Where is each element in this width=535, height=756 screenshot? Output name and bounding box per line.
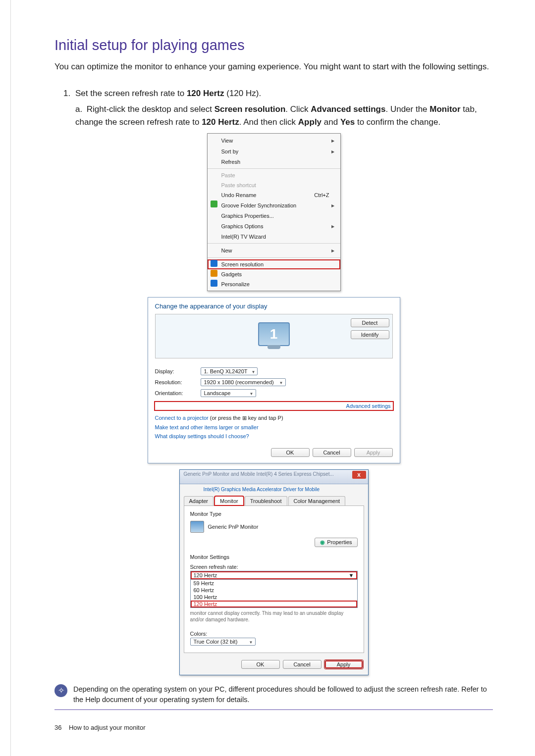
ctx-new[interactable]: New: [208, 245, 340, 256]
apply-button[interactable]: Apply: [354, 448, 393, 457]
chevron-down-icon: [246, 390, 254, 396]
detect-button[interactable]: Detect: [351, 318, 389, 327]
tab-color-management[interactable]: Color Management: [288, 496, 346, 505]
ctx-groove-sync[interactable]: Groove Folder Synchronization: [208, 200, 340, 211]
ctx-refresh[interactable]: Refresh: [208, 157, 340, 167]
refresh-rate-label: Screen refresh rate:: [190, 564, 358, 570]
monitor-icon: [211, 260, 217, 267]
cancel-button[interactable]: Cancel: [283, 660, 321, 669]
refresh-rate-options: 59 Hertz 60 Hertz 100 Hertz 120 Hertz: [190, 580, 358, 608]
page-title: Initial setup for playing games: [54, 37, 493, 53]
ctx-gadgets[interactable]: Gadgets: [208, 269, 340, 279]
identify-button[interactable]: Identify: [351, 330, 389, 339]
intro-text: You can optimize the monitor to enhance …: [54, 60, 493, 73]
monitor-type-group: Monitor Type: [190, 511, 358, 517]
display-preview: 1 Detect Identify: [155, 314, 393, 358]
projector-link[interactable]: Connect to a projector: [155, 415, 210, 421]
colors-label: Colors:: [190, 631, 358, 637]
ctx-paste-shortcut: Paste shortcut: [208, 180, 340, 190]
chevron-down-icon: ▼: [349, 572, 354, 578]
orientation-label: Orientation:: [155, 390, 195, 396]
shortcut-key: Ctrl+Z: [314, 191, 336, 199]
refresh-rate-select[interactable]: 120 Hertz ▼: [190, 571, 358, 580]
ctx-graphics-options[interactable]: Graphics Options: [208, 221, 340, 232]
chevron-right-icon: [331, 246, 336, 255]
chevron-down-icon: [248, 368, 256, 374]
tip-box: ✧ Depending on the operating system on y…: [54, 684, 493, 710]
lightbulb-icon: ✧: [54, 684, 67, 697]
desktop-context-menu: View Sort by Refresh Paste Paste shortcu…: [207, 133, 341, 291]
ctx-sortby[interactable]: Sort by: [208, 146, 340, 157]
apply-button[interactable]: Apply: [324, 660, 363, 669]
gadgets-icon: [211, 270, 217, 277]
monitor-properties-dialog: Generic PnP Monitor and Mobile Intel(R) …: [179, 469, 369, 675]
page-number: 36: [54, 724, 61, 731]
tab-troubleshoot[interactable]: Troubleshoot: [245, 496, 287, 505]
footer-section: How to adjust your monitor: [69, 724, 146, 731]
groove-icon: [211, 201, 217, 207]
monitor-name: Generic PnP Monitor: [208, 524, 259, 530]
tab-adapter[interactable]: Adapter: [184, 496, 214, 505]
display-select[interactable]: 1. BenQ XL2420T: [201, 367, 258, 375]
step-text-post: (120 Hz).: [224, 89, 262, 98]
chevron-right-icon: [331, 201, 336, 210]
personalize-icon: [211, 280, 217, 287]
ctx-personalize[interactable]: Personalize: [208, 279, 340, 289]
tab-monitor[interactable]: Monitor: [214, 496, 244, 505]
step-bold: 120 Hertz: [187, 89, 224, 98]
screen-resolution-window: Change the appearance of your display 1 …: [148, 297, 400, 463]
resolution-select[interactable]: 1920 x 1080 (recommended): [201, 378, 286, 386]
ctx-view[interactable]: View: [208, 135, 340, 146]
shield-icon: ◉: [320, 539, 325, 545]
ctx-intel-tv-wizard[interactable]: Intel(R) TV Wizard: [208, 232, 340, 242]
step-1: 1. Set the screen refresh rate to 120 He…: [54, 87, 493, 100]
ctx-graphics-properties[interactable]: Graphics Properties...: [208, 211, 340, 221]
chevron-right-icon: [331, 136, 336, 145]
ctx-undo-rename[interactable]: Undo RenameCtrl+Z: [208, 190, 340, 200]
text-size-link[interactable]: Make text and other items larger or smal…: [155, 424, 393, 430]
close-icon[interactable]: x: [352, 471, 366, 479]
chevron-right-icon: [331, 222, 336, 231]
which-settings-link[interactable]: What display settings should I choose?: [155, 433, 393, 439]
chevron-right-icon: [331, 147, 336, 156]
rate-option-120[interactable]: 120 Hertz: [191, 601, 357, 607]
monitor-icon: [190, 521, 204, 533]
monitor-preview-icon: 1: [258, 322, 290, 346]
properties-button[interactable]: ◉Properties: [315, 538, 357, 547]
ctx-paste: Paste: [208, 170, 340, 180]
page-footer: 36 How to adjust your monitor: [54, 724, 493, 731]
chevron-down-icon: [275, 379, 283, 385]
ok-button[interactable]: OK: [271, 448, 310, 457]
resolution-label: Resolution:: [155, 379, 195, 385]
chevron-down-icon: [245, 639, 253, 645]
step-1a: a. Right-click the desktop and select Sc…: [54, 103, 493, 129]
window-heading: Change the appearance of your display: [155, 302, 393, 310]
rate-option[interactable]: 100 Hertz: [191, 594, 357, 601]
colors-select[interactable]: True Color (32 bit): [190, 638, 256, 646]
ctx-screen-resolution[interactable]: Screen resolution: [208, 259, 340, 269]
monitor-settings-group: Monitor Settings: [190, 554, 358, 560]
cancel-button[interactable]: Cancel: [313, 448, 351, 457]
substep-letter: a.: [75, 103, 84, 116]
refresh-rate-warning: monitor cannot display correctly. This m…: [190, 610, 358, 623]
orientation-select[interactable]: Landscape: [201, 389, 256, 397]
step-number: 1.: [63, 87, 75, 100]
tip-text: Depending on the operating system on you…: [73, 684, 493, 706]
dialog-titlebar: Generic PnP Monitor and Mobile Intel(R) …: [180, 470, 368, 484]
display-label: Display:: [155, 368, 195, 374]
ok-button[interactable]: OK: [241, 660, 280, 669]
advanced-settings-link[interactable]: Advanced settings: [155, 402, 393, 410]
projector-hint: (or press the ⊞ key and tap P): [210, 415, 283, 421]
step-text: Set the screen refresh rate to: [75, 89, 187, 98]
rate-option[interactable]: 60 Hertz: [191, 587, 357, 594]
rate-option[interactable]: 59 Hertz: [191, 580, 357, 587]
extra-tab-link[interactable]: Intel(R) Graphics Media Accelerator Driv…: [204, 487, 320, 492]
